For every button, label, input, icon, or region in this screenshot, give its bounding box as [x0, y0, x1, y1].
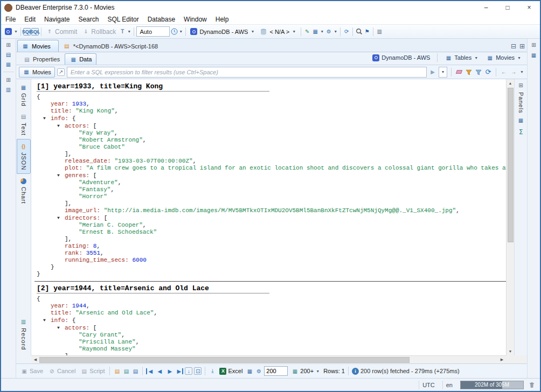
scroll-left-icon[interactable]: ◀: [31, 356, 39, 364]
json-view[interactable]: [1] year=1933, title=King Kong{year: 193…: [31, 79, 506, 355]
reset-perspective-icon[interactable]: ▥: [376, 28, 383, 36]
apply-filter-icon[interactable]: ▶: [429, 68, 436, 76]
vertical-scroll-thumb[interactable]: [508, 88, 514, 242]
filter-history-caret-icon[interactable]: ▾: [439, 67, 447, 78]
memory-usage-widget[interactable]: 202M of 305M: [460, 381, 524, 389]
maximize-button[interactable]: □: [497, 1, 518, 14]
next-row-icon[interactable]: ▶: [165, 368, 174, 374]
db-browser-icon[interactable]: ⊞: [5, 76, 12, 83]
edit-object-icon[interactable]: ✎: [303, 28, 311, 36]
sync-icon[interactable]: ⟳: [343, 28, 350, 36]
nav-back-icon[interactable]: ←: [500, 68, 508, 76]
commit-button[interactable]: ⇑ Commit: [44, 26, 79, 37]
open-sql-script-icon[interactable]: SQL: [31, 28, 39, 36]
scroll-right-icon[interactable]: ▶: [498, 356, 506, 364]
fetch-row-count-icon[interactable]: ▤: [131, 367, 139, 375]
menu-sql-editor[interactable]: SQL Editor: [103, 14, 143, 24]
projects-view-icon[interactable]: ▦: [5, 60, 12, 68]
fetch-size-input[interactable]: [264, 366, 288, 376]
menu-navigate[interactable]: Navigate: [40, 14, 74, 24]
tab-properties[interactable]: ▤ Properties: [18, 53, 65, 65]
cancel-button[interactable]: ⊘ Cancel: [46, 366, 77, 376]
aggregate-panel-icon[interactable]: ∑: [517, 128, 525, 135]
horizontal-scrollbar[interactable]: ◀ ▶: [31, 355, 506, 363]
menu-database[interactable]: Database: [143, 14, 179, 24]
maximize-panel-icon[interactable]: ⊞: [517, 81, 525, 89]
settings-gear-icon[interactable]: ⚙: [255, 367, 262, 375]
goto-row-icon[interactable]: ↓: [185, 367, 192, 375]
path-tables[interactable]: ▦ Tables ▾: [442, 52, 481, 63]
schema-selector[interactable]: < N/A > ▾: [258, 26, 299, 37]
new-connection-caret-icon[interactable]: ▾: [13, 29, 18, 34]
menu-edit[interactable]: Edit: [20, 14, 40, 24]
transaction-clock-icon[interactable]: [170, 28, 178, 36]
open-filter-panel-icon[interactable]: ↗: [57, 68, 65, 76]
bookmark-icon[interactable]: ⚑: [363, 28, 371, 36]
transaction-log-icon[interactable]: T: [119, 28, 126, 36]
collapse-arrow-icon[interactable]: ▼: [57, 214, 65, 221]
table-grid-caret-icon[interactable]: ▾: [320, 29, 324, 34]
nav-history-caret-icon[interactable]: ▾: [519, 69, 524, 74]
bookmarks-view-icon[interactable]: ▥: [5, 86, 12, 93]
script-button[interactable]: ▤ Script: [79, 366, 106, 376]
fetch-more-button[interactable]: ▦ 200+ ▾: [289, 366, 322, 376]
menu-window[interactable]: Window: [179, 14, 211, 24]
commit-mode-combo[interactable]: Auto: [136, 26, 170, 37]
fetch-next-segment-icon[interactable]: ▤: [113, 367, 121, 375]
gear-caret-icon[interactable]: ▾: [333, 29, 338, 34]
transaction-log-caret-icon[interactable]: ▾: [127, 29, 131, 34]
clear-filter-icon[interactable]: [455, 68, 463, 76]
tab-record[interactable]: ▥ Record: [17, 315, 31, 353]
minimize-button[interactable]: –: [475, 1, 497, 14]
refresh-icon[interactable]: ⟳: [484, 68, 492, 76]
maximize-editor-icon[interactable]: ⊞: [519, 43, 525, 50]
scroll-up-icon[interactable]: ▲: [507, 79, 515, 87]
minimize-editor-icon[interactable]: ⊟: [511, 43, 516, 50]
collapse-arrow-icon[interactable]: ▼: [57, 172, 65, 179]
collapse-arrow-icon[interactable]: ▼: [43, 115, 51, 122]
menu-file[interactable]: File: [1, 14, 20, 24]
tab-text[interactable]: ▤ Text: [17, 110, 31, 139]
collapse-arrow-icon[interactable]: ▼: [43, 317, 51, 324]
nav-forward-icon[interactable]: →: [510, 68, 517, 76]
vertical-scrollbar[interactable]: ▲ ▼: [506, 79, 514, 355]
tab-grid[interactable]: ▦ Grid: [17, 80, 31, 110]
collapse-arrow-icon[interactable]: ▼: [57, 324, 65, 331]
gear-icon[interactable]: ⚙: [325, 28, 332, 36]
tab-data[interactable]: ▦ Data: [65, 53, 96, 65]
export-resultset-icon[interactable]: ⤓: [209, 367, 216, 375]
first-row-icon[interactable]: ◀: [146, 368, 154, 374]
outline-view-icon[interactable]: ▦: [530, 51, 538, 59]
previous-row-icon[interactable]: ◀: [155, 368, 164, 374]
tab-sql-script[interactable]: ▤ *<DynamoDB - AWS>Script-168: [59, 40, 162, 52]
tab-movies[interactable]: ▦ Movies: [17, 40, 59, 52]
transaction-clock-caret-icon[interactable]: ▾: [178, 29, 183, 34]
collapse-arrow-icon[interactable]: ▼: [57, 122, 65, 129]
menu-help[interactable]: Help: [211, 14, 233, 24]
excel-button[interactable]: X Excel: [218, 366, 244, 376]
last-row-icon[interactable]: ▶: [176, 368, 183, 374]
path-connection[interactable]: DynamoDB - AWS: [370, 52, 432, 63]
garbage-collect-icon[interactable]: [528, 381, 536, 389]
scroll-down-icon[interactable]: ▼: [507, 347, 515, 355]
connection-selector[interactable]: DynamoDB - AWS ▾: [188, 26, 257, 37]
filter-input[interactable]: [67, 67, 427, 78]
entity-button[interactable]: ▦ Movies: [19, 67, 55, 78]
restore-right-panel-icon[interactable]: ⊞: [530, 41, 538, 48]
save-button[interactable]: ▣ Save: [19, 366, 45, 376]
database-navigator-icon[interactable]: ▤: [5, 51, 12, 58]
select-row-icon[interactable]: ⊡: [194, 367, 202, 375]
path-entity[interactable]: ▦ Movies ▾: [484, 52, 524, 63]
search-icon[interactable]: [355, 28, 363, 36]
menu-search[interactable]: Search: [74, 14, 103, 24]
restore-left-panel-icon[interactable]: ⊞: [5, 41, 12, 48]
fetch-all-rows-icon[interactable]: ▤: [122, 367, 130, 375]
grid-options-icon[interactable]: ▦: [246, 367, 253, 375]
save-filter-icon[interactable]: [475, 68, 482, 76]
new-connection-icon[interactable]: [3, 27, 13, 37]
close-button[interactable]: ×: [518, 1, 540, 14]
edit-filter-icon[interactable]: [465, 68, 473, 76]
tab-json[interactable]: {} JSON: [17, 139, 31, 174]
horizontal-scroll-thumb[interactable]: [39, 357, 410, 363]
value-viewer-panel-icon[interactable]: ▦: [517, 117, 525, 124]
